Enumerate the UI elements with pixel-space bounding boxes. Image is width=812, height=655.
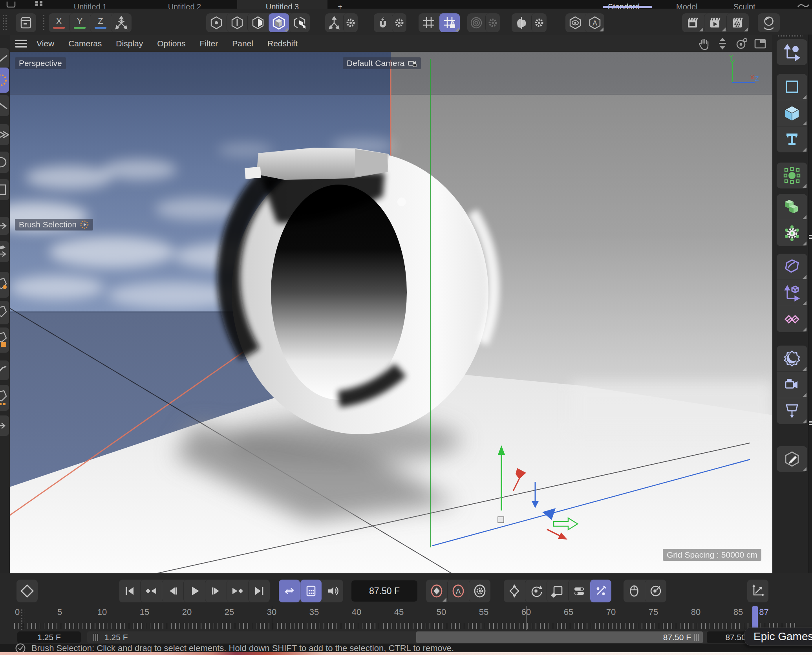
- left-toolbar-button-12[interactable]: [0, 385, 9, 411]
- range-slider-start[interactable]: 1.25 F: [90, 631, 128, 643]
- coordinate-system-button[interactable]: [16, 13, 36, 32]
- keyframe-settings-button[interactable]: [469, 580, 490, 602]
- add-tab-button[interactable]: +: [333, 0, 347, 9]
- left-toolbar-button-7[interactable]: [0, 241, 9, 262]
- workplane-button[interactable]: [419, 13, 439, 32]
- edges-mode-button[interactable]: [227, 13, 247, 32]
- motext-button[interactable]: [777, 126, 807, 152]
- left-toolbar-button-6[interactable]: [0, 217, 9, 235]
- layout-sculpt[interactable]: Sculpt: [733, 0, 755, 9]
- hamburger-menu-icon[interactable]: [15, 39, 27, 48]
- workplane-lock-button[interactable]: [439, 13, 460, 32]
- z-axis-lock-button[interactable]: Z: [90, 13, 111, 32]
- range-slider-track[interactable]: 1.25 F 87.50 F: [87, 631, 772, 643]
- range-grip[interactable]: [93, 634, 99, 641]
- rotation-key-button[interactable]: [525, 580, 547, 602]
- go-to-start-button[interactable]: [119, 580, 140, 602]
- spline-button[interactable]: [777, 74, 807, 100]
- pla-key-button[interactable]: [590, 580, 611, 602]
- current-frame-field[interactable]: 87.50 F: [351, 580, 417, 602]
- texture-mode-button[interactable]: [289, 13, 310, 32]
- axis-modify-button[interactable]: [777, 280, 807, 306]
- orbit-icon[interactable]: [735, 37, 748, 50]
- panel-handle-icon[interactable]: [809, 421, 812, 425]
- dolly-icon[interactable]: [716, 37, 729, 50]
- tab-untitled-3[interactable]: Untitled 3: [237, 0, 327, 9]
- keyframe-presets-button[interactable]: [645, 580, 666, 602]
- left-toolbar-button-11[interactable]: [0, 360, 9, 380]
- subdivision-surface-button[interactable]: [777, 163, 807, 188]
- menu-options[interactable]: Options: [157, 39, 185, 48]
- interactive-render-button[interactable]: [758, 13, 780, 32]
- sound-button[interactable]: [322, 580, 343, 602]
- range-slider-bar[interactable]: 87.50 F: [416, 631, 703, 643]
- timeline-ruler[interactable]: 0510152025303540455055606570758085 87: [0, 606, 812, 631]
- x-axis-lock-button[interactable]: X: [49, 13, 69, 32]
- left-toolbar-button-5[interactable]: [0, 179, 9, 200]
- snap-settings-button[interactable]: [392, 13, 406, 32]
- deformer-button[interactable]: [777, 254, 807, 280]
- camera-button[interactable]: [777, 371, 807, 398]
- primitive-cube-button[interactable]: [777, 100, 807, 126]
- axis-tool-button[interactable]: [111, 13, 132, 32]
- play-button[interactable]: [183, 580, 205, 602]
- previous-key-button[interactable]: [140, 580, 162, 602]
- move-tool-button[interactable]: [777, 39, 807, 65]
- instance-symmetry-button[interactable]: [777, 306, 807, 332]
- left-toolbar-button-2[interactable]: [0, 95, 9, 116]
- soft-selection-settings-button[interactable]: [485, 13, 500, 32]
- left-toolbar-button-1[interactable]: [0, 48, 9, 69]
- viewport-solo-button[interactable]: [565, 13, 585, 32]
- timeline-graph-button[interactable]: [747, 580, 768, 602]
- render-settings-button[interactable]: [726, 13, 749, 32]
- toolbar-grip[interactable]: [2, 14, 7, 31]
- soft-selection-button[interactable]: [467, 13, 485, 32]
- left-toolbar-button-4[interactable]: [0, 152, 9, 173]
- preview-range-button[interactable]: [300, 580, 322, 602]
- menu-panel[interactable]: Panel: [232, 39, 253, 48]
- menu-display[interactable]: Display: [116, 39, 143, 48]
- left-toolbar-button-10[interactable]: [0, 328, 9, 353]
- field-button[interactable]: [777, 220, 807, 246]
- axis-settings-button[interactable]: [343, 13, 358, 32]
- previous-frame-button[interactable]: [162, 580, 183, 602]
- autokey-button[interactable]: A: [447, 580, 469, 602]
- left-tool-brush-selection-active[interactable]: [0, 68, 9, 93]
- viewport-canvas[interactable]: Perspective Default Camera Brush Selecti…: [10, 52, 772, 573]
- stage-button[interactable]: [777, 398, 807, 424]
- menu-filter[interactable]: Filter: [200, 39, 218, 48]
- y-axis-lock-button[interactable]: Y: [69, 13, 90, 32]
- active-tool-label[interactable]: Brush Selection: [15, 219, 93, 231]
- range-grip[interactable]: [694, 634, 700, 641]
- view-type-label[interactable]: Perspective: [15, 57, 66, 69]
- next-key-button[interactable]: [227, 580, 248, 602]
- position-key-button[interactable]: [504, 580, 525, 602]
- camera-label[interactable]: Default Camera: [343, 57, 421, 69]
- polygons-mode-button[interactable]: [247, 13, 268, 32]
- enable-axis-button[interactable]: [325, 13, 343, 32]
- render-view-button[interactable]: [682, 13, 704, 32]
- sculpt-button[interactable]: [777, 446, 807, 472]
- layout-model[interactable]: Model: [676, 0, 697, 9]
- toolbar-grip[interactable]: [777, 35, 803, 38]
- volume-builder-button[interactable]: [777, 194, 807, 220]
- menu-cameras[interactable]: Cameras: [68, 39, 102, 48]
- left-toolbar-button-3[interactable]: [0, 124, 9, 145]
- maximize-view-icon[interactable]: [753, 37, 767, 50]
- playhead[interactable]: [752, 606, 758, 629]
- range-start-field[interactable]: 1.25 F: [17, 631, 81, 643]
- parameter-key-button[interactable]: [568, 580, 590, 602]
- layout-more-icon[interactable]: [797, 2, 809, 9]
- next-frame-button[interactable]: [205, 580, 227, 602]
- mouse-animation-button[interactable]: [624, 580, 645, 602]
- left-toolbar-button-9[interactable]: [0, 301, 9, 324]
- points-mode-button[interactable]: [206, 13, 227, 32]
- left-toolbar-button-8[interactable]: [0, 272, 9, 298]
- render-picture-viewer-button[interactable]: [704, 13, 726, 32]
- symmetry-settings-button[interactable]: [531, 13, 547, 32]
- symmetry-button[interactable]: [512, 13, 531, 32]
- panel-handle-icon[interactable]: [809, 235, 812, 239]
- tab-untitled-1[interactable]: Untitled 1: [51, 0, 130, 9]
- menu-redshift[interactable]: Redshift: [267, 39, 298, 48]
- toolbar-grip[interactable]: [42, 14, 45, 31]
